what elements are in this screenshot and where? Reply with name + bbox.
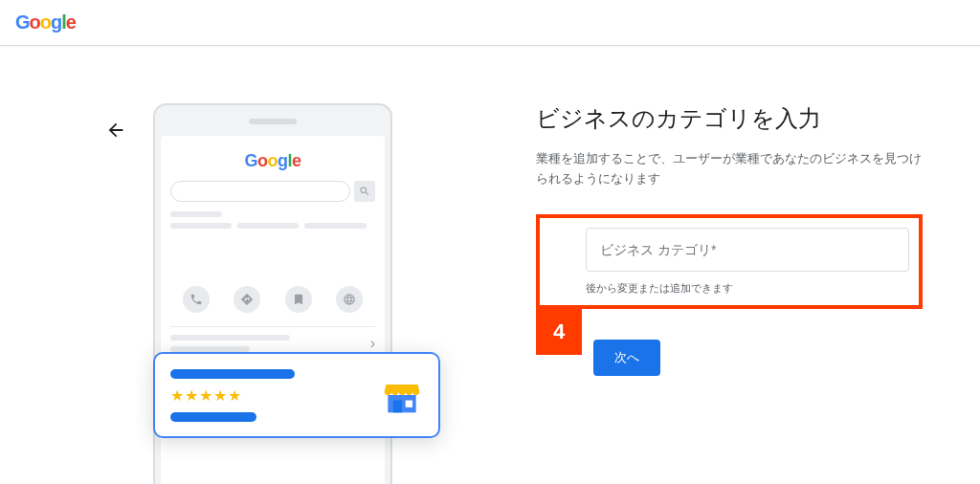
chevron-right-icon: › — [370, 335, 375, 352]
phone-google-logo: Google — [170, 151, 375, 171]
form-panel: ビジネスのカテゴリを入力 業種を追加することで、ユーザーが業種であなたのビジネス… — [459, 103, 980, 484]
phone-search-bar — [170, 181, 350, 202]
skeleton-line — [170, 335, 290, 341]
svg-rect-2 — [406, 401, 412, 407]
store-icon — [381, 374, 423, 416]
page-title: ビジネスのカテゴリを入力 — [536, 103, 923, 134]
step-badge: 4 — [536, 309, 582, 355]
page-description: 業種を追加することで、ユーザーが業種であなたのビジネスを見つけられるようになりま… — [536, 149, 923, 189]
next-button[interactable]: 次へ — [593, 340, 660, 376]
globe-icon — [336, 286, 363, 313]
directions-icon — [234, 286, 260, 313]
skeleton-pill — [304, 223, 366, 229]
google-logo: Google — [15, 11, 76, 33]
action-row — [170, 286, 375, 313]
helper-text: 後から変更または追加できます — [586, 281, 909, 296]
main-container: Google — [0, 46, 980, 484]
phone-search — [170, 181, 375, 202]
svg-rect-1 — [393, 401, 402, 413]
business-card: ★★★★★ — [153, 352, 440, 438]
header: Google — [0, 0, 980, 46]
phone-icon — [183, 286, 210, 313]
illustration-panel: Google — [0, 103, 459, 484]
highlight-box: 後から変更または追加できます 4 — [536, 214, 923, 309]
bookmark-icon — [285, 286, 312, 313]
skeleton-pill — [237, 223, 299, 229]
category-input[interactable] — [586, 228, 909, 272]
business-name-bar — [170, 369, 295, 379]
rating-stars: ★★★★★ — [170, 386, 295, 405]
business-info-bar — [170, 412, 256, 422]
phone-notch — [249, 119, 297, 124]
search-icon — [354, 181, 375, 202]
skeleton-line — [170, 211, 222, 217]
skeleton-pill — [170, 223, 232, 229]
